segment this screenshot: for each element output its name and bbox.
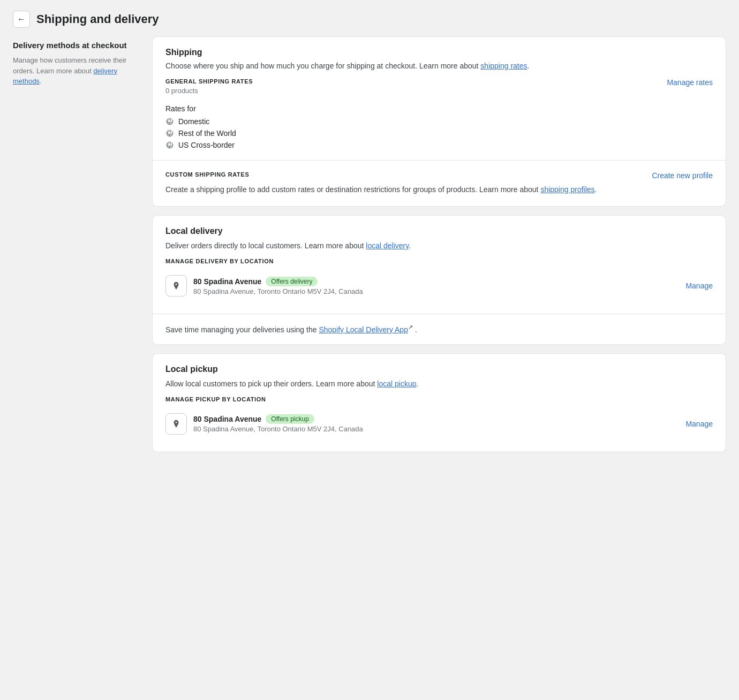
- location-name-row: 80 Spadina Avenue Offers delivery: [193, 277, 685, 286]
- local-pickup-heading: Local pickup: [165, 364, 713, 374]
- page-header: ← Shipping and delivery: [0, 0, 739, 36]
- shipping-card: Shipping Choose where you ship and how m…: [152, 36, 726, 207]
- custom-rates-section: CUSTOM SHIPPING RATES Create new profile…: [153, 161, 726, 206]
- products-count: 0 products: [165, 87, 253, 95]
- location-address: 80 Spadina Avenue, Toronto Ontario M5V 2…: [193, 287, 685, 295]
- general-rates-label: GENERAL SHIPPING RATES: [165, 78, 253, 85]
- globe-icon: [165, 129, 174, 138]
- location-name: 80 Spadina Avenue: [193, 277, 261, 286]
- shipping-heading: Shipping: [165, 48, 202, 57]
- list-item: US Cross-border: [165, 141, 713, 149]
- custom-rates-label: CUSTOM SHIPPING RATES: [165, 171, 249, 178]
- shipping-title-row: Shipping: [165, 48, 713, 57]
- rate-us-crossborder: US Cross-border: [178, 141, 235, 149]
- manage-pickup-label: MANAGE PICKUP BY LOCATION: [165, 396, 713, 402]
- local-pickup-card: Local pickup Allow local customers to pi…: [152, 353, 726, 452]
- rate-domestic: Domestic: [178, 117, 209, 126]
- offers-delivery-badge: Offers delivery: [266, 277, 318, 286]
- list-item: Domestic: [165, 117, 713, 126]
- local-pickup-link[interactable]: local pickup: [377, 379, 416, 388]
- content-layout: Delivery methods at checkout Manage how …: [0, 36, 739, 465]
- rate-world: Rest of the World: [178, 129, 236, 138]
- pickup-location-details: 80 Spadina Avenue Offers pickup 80 Spadi…: [193, 414, 685, 433]
- delivery-location-row: 80 Spadina Avenue Offers delivery 80 Spa…: [165, 269, 713, 303]
- pickup-icon-box: [165, 413, 187, 435]
- shopify-app-link[interactable]: Shopify Local Delivery App: [319, 325, 408, 334]
- location-icon-box: [165, 275, 187, 296]
- local-delivery-heading: Local delivery: [165, 226, 713, 236]
- pickup-manage-link[interactable]: Manage: [685, 420, 713, 428]
- create-profile-link[interactable]: Create new profile: [652, 171, 713, 180]
- pin-icon: [171, 281, 181, 291]
- local-delivery-section: Local delivery Deliver orders directly t…: [153, 216, 726, 314]
- local-pickup-section: Local pickup Allow local customers to pi…: [153, 354, 726, 452]
- local-delivery-link[interactable]: local delivery: [366, 241, 409, 250]
- location-row: 80 Spadina Avenue Offers delivery 80 Spa…: [165, 269, 685, 303]
- pickup-pin-icon: [171, 419, 181, 429]
- pickup-location-name: 80 Spadina Avenue: [193, 415, 261, 423]
- globe-icon: [165, 117, 174, 126]
- custom-rates-desc: Create a shipping profile to add custom …: [165, 184, 713, 195]
- custom-rates-row: CUSTOM SHIPPING RATES Create new profile: [165, 171, 713, 180]
- offers-pickup-badge: Offers pickup: [266, 414, 314, 424]
- local-delivery-desc: Deliver orders directly to local custome…: [165, 240, 713, 252]
- shipping-section: Shipping Choose where you ship and how m…: [153, 37, 726, 161]
- location-details: 80 Spadina Avenue Offers delivery 80 Spa…: [193, 277, 685, 295]
- shipping-profiles-link[interactable]: shipping profiles: [540, 185, 594, 194]
- sidebar-desc: Manage how customers receive their order…: [13, 55, 141, 87]
- sidebar-title: Delivery methods at checkout: [13, 41, 141, 50]
- shopify-app-row: Save time managing your deliveries using…: [153, 314, 726, 344]
- list-item: Rest of the World: [165, 129, 713, 138]
- globe-icon: [165, 141, 174, 149]
- general-rates-left: GENERAL SHIPPING RATES 0 products: [165, 78, 253, 101]
- pickup-name-row: 80 Spadina Avenue Offers pickup: [193, 414, 685, 424]
- rates-for-label: Rates for: [165, 104, 713, 113]
- back-button[interactable]: ←: [13, 11, 30, 28]
- pickup-location-row: 80 Spadina Avenue Offers pickup 80 Spadi…: [165, 407, 713, 441]
- pickup-row: 80 Spadina Avenue Offers pickup 80 Spadi…: [165, 407, 685, 441]
- page-title: Shipping and delivery: [36, 12, 159, 26]
- rates-list: Domestic Rest of the World US Cross-bord…: [165, 117, 713, 149]
- delivery-manage-link[interactable]: Manage: [685, 281, 713, 290]
- pickup-location-address: 80 Spadina Avenue, Toronto Ontario M5V 2…: [193, 425, 685, 433]
- shipping-desc: Choose where you ship and how much you c…: [165, 60, 713, 72]
- manage-rates-link[interactable]: Manage rates: [667, 78, 713, 87]
- main-content: Shipping Choose where you ship and how m…: [152, 36, 726, 452]
- manage-delivery-label: MANAGE DELIVERY BY LOCATION: [165, 258, 713, 264]
- external-icon: ↗: [408, 324, 413, 330]
- shipping-rates-link[interactable]: shipping rates: [480, 62, 527, 70]
- general-rates-row: GENERAL SHIPPING RATES 0 products Manage…: [165, 78, 713, 101]
- local-delivery-card: Local delivery Deliver orders directly t…: [152, 215, 726, 345]
- local-pickup-desc: Allow local customers to pick up their o…: [165, 378, 713, 390]
- sidebar: Delivery methods at checkout Manage how …: [13, 36, 141, 87]
